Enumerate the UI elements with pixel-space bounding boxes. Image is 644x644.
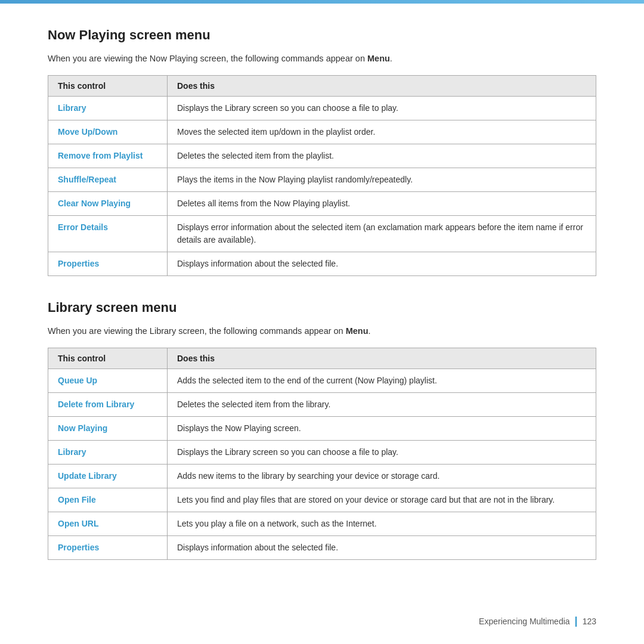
table-header-row: This control Does this <box>48 75 596 96</box>
control-name: Shuffle/Repeat <box>48 168 168 191</box>
library-section: Library screen menu When you are viewing… <box>48 300 596 560</box>
now-playing-section: Now Playing screen menu When you are vie… <box>48 27 596 276</box>
table-row: LibraryDisplays the Library screen so yo… <box>48 96 596 120</box>
control-name: Now Playing <box>48 416 168 440</box>
table-row: Open URLLets you play a file on a networ… <box>48 512 596 535</box>
control-description: Deletes all items from the Now Playing p… <box>168 191 596 215</box>
control-description: Displays the Library screen so you can c… <box>168 440 596 464</box>
section2-title: Library screen menu <box>48 300 596 315</box>
control-name: Delete from Library <box>48 392 168 416</box>
control-name: Library <box>48 440 168 464</box>
control-name: Library <box>48 96 168 120</box>
control-description: Displays information about the selected … <box>168 535 596 559</box>
footer-text: Experiencing Multimedia <box>479 617 570 626</box>
control-description: Deletes the selected item from the libra… <box>168 392 596 416</box>
control-name: Update Library <box>48 464 168 488</box>
table-row: Queue UpAdds the selected item to the en… <box>48 369 596 392</box>
control-name: Move Up/Down <box>48 120 168 144</box>
control-name: Properties <box>48 535 168 559</box>
now-playing-table: This control Does this LibraryDisplays t… <box>48 75 596 276</box>
control-name: Open URL <box>48 512 168 535</box>
control-description: Adds new items to the library by searchi… <box>168 464 596 488</box>
control-description: Displays the Library screen so you can c… <box>168 96 596 120</box>
section2-intro: When you are viewing the Library screen,… <box>48 325 596 338</box>
col1-header: This control <box>48 75 168 96</box>
control-description: Adds the selected item to the end of the… <box>168 369 596 392</box>
control-name: Properties <box>48 252 168 275</box>
table-row: Update LibraryAdds new items to the libr… <box>48 464 596 488</box>
table-row: Open FileLets you find and play files th… <box>48 488 596 512</box>
control-name: Error Details <box>48 215 168 252</box>
control-description: Lets you play a file on a network, such … <box>168 512 596 535</box>
table-row: Delete from LibraryDeletes the selected … <box>48 392 596 416</box>
page-footer: Experiencing Multimedia | 123 <box>479 615 596 627</box>
section1-title: Now Playing screen menu <box>48 27 596 43</box>
footer-separator: | <box>575 615 578 627</box>
control-description: Displays error information about the sel… <box>168 215 596 252</box>
col1-header: This control <box>48 348 168 369</box>
table-row: PropertiesDisplays information about the… <box>48 252 596 275</box>
section1-intro: When you are viewing the Now Playing scr… <box>48 52 596 66</box>
control-name: Clear Now Playing <box>48 191 168 215</box>
table-row: Clear Now PlayingDeletes all items from … <box>48 191 596 215</box>
col2-header: Does this <box>168 75 596 96</box>
table-row: LibraryDisplays the Library screen so yo… <box>48 440 596 464</box>
control-name: Open File <box>48 488 168 512</box>
control-description: Displays the Now Playing screen. <box>168 416 596 440</box>
table-row: PropertiesDisplays information about the… <box>48 535 596 559</box>
table-row: Move Up/DownMoves the selected item up/d… <box>48 120 596 144</box>
control-description: Deletes the selected item from the playl… <box>168 144 596 168</box>
control-description: Moves the selected item up/down in the p… <box>168 120 596 144</box>
control-description: Plays the items in the Now Playing playl… <box>168 168 596 191</box>
table-row: Error DetailsDisplays error information … <box>48 215 596 252</box>
page-content: Now Playing screen menu When you are vie… <box>0 4 644 608</box>
col2-header: Does this <box>168 348 596 369</box>
control-name: Queue Up <box>48 369 168 392</box>
library-table: This control Does this Queue UpAdds the … <box>48 348 596 560</box>
control-name: Remove from Playlist <box>48 144 168 168</box>
table-row: Now PlayingDisplays the Now Playing scre… <box>48 416 596 440</box>
table-row: Remove from PlaylistDeletes the selected… <box>48 144 596 168</box>
control-description: Lets you find and play files that are st… <box>168 488 596 512</box>
control-description: Displays information about the selected … <box>168 252 596 275</box>
footer-page: 123 <box>583 617 596 626</box>
table-header-row: This control Does this <box>48 348 596 369</box>
table-row: Shuffle/RepeatPlays the items in the Now… <box>48 168 596 191</box>
